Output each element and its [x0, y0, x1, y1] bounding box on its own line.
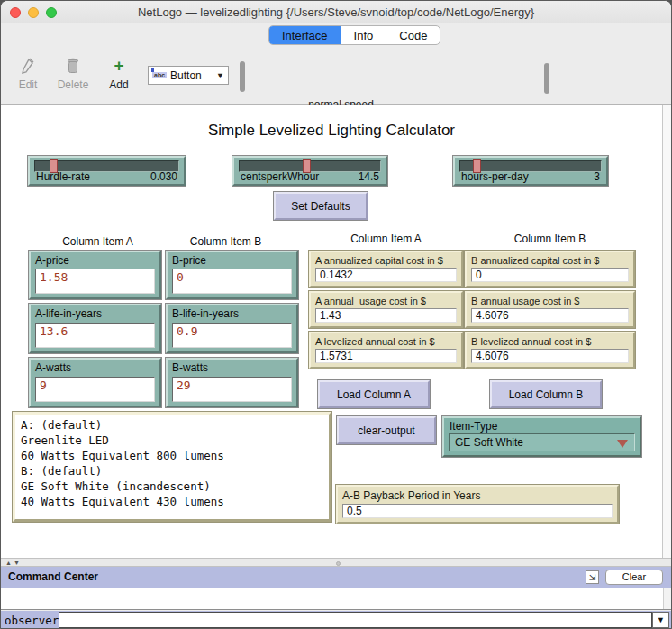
input-field[interactable]: 1.58 — [35, 269, 155, 294]
widget-type-value: Button — [170, 69, 202, 82]
item-type-chooser[interactable]: Item-Type GE Soft White — [442, 416, 641, 457]
pencil-icon — [15, 57, 41, 77]
splitter-grip-icon[interactable] — [336, 561, 341, 566]
monitor-value: 1.5731 — [315, 349, 457, 363]
tab-code[interactable]: Code — [386, 26, 440, 44]
monitor-b-annualized-capital-cost: B annualized capital cost in $ 0 — [465, 251, 635, 287]
window-title: NetLogo — levelizedlighting {/Users/Stev… — [1, 5, 671, 19]
slider-label: centsperkWhour — [241, 170, 319, 183]
monitor-label: B annual usage cost in $ — [467, 293, 633, 307]
plus-icon: + — [105, 57, 132, 77]
column-header-right-a: Column Item A — [309, 232, 463, 245]
monitor-value: 0.5 — [342, 504, 613, 518]
chooser-dropdown-triangle-icon — [617, 440, 628, 448]
widget-type-dropdown[interactable]: abc Button ▼ — [148, 66, 229, 85]
canvas-vertical-scrollbar[interactable] — [662, 105, 672, 558]
input-field[interactable]: 13.6 — [35, 323, 155, 348]
edit-button[interactable]: Edit — [15, 57, 41, 91]
load-column-a-button[interactable]: Load Column A — [318, 380, 430, 408]
input-a-watts[interactable]: A-watts 9 — [29, 358, 161, 407]
slider-value: 3 — [594, 170, 600, 183]
monitor-label: B levelized annual cost in $ — [467, 333, 633, 348]
input-label: B-price — [168, 252, 296, 268]
input-a-life-in-years[interactable]: A-life-in-years 13.6 — [29, 304, 161, 353]
expand-icon[interactable]: ⇲ — [586, 570, 599, 584]
command-center-output[interactable] — [1, 588, 671, 610]
input-field[interactable]: 9 — [35, 377, 155, 402]
slider-hurdle-rate[interactable]: Hurdle-rate 0.030 — [28, 156, 186, 186]
input-label: B-watts — [168, 360, 296, 375]
clear-output-button[interactable]: clear-output — [337, 416, 436, 444]
output-line: Greenlite LED — [21, 433, 323, 448]
monitor-label: A annualized capital cost in $ — [311, 252, 461, 267]
toolbar: Edit Delete + Add abc Button ▼ normal sp… — [1, 48, 671, 105]
chooser-value-text: GE Soft White — [455, 436, 523, 449]
input-b-life-in-years[interactable]: B-life-in-years 0.9 — [166, 304, 298, 353]
monitor-label: B annualized capital cost in $ — [467, 252, 633, 267]
monitor-b-annual-usage-cost: B annual usage cost in $ 4.6076 — [465, 291, 635, 328]
edit-label: Edit — [19, 78, 38, 91]
tab-row: Interface Info Code — [1, 25, 671, 47]
monitor-value: 1.43 — [315, 308, 457, 323]
monitor-a-levelized-annual-cost: A levelized annual cost in $ 1.5731 — [309, 332, 463, 369]
tab-segmented-control: Interface Info Code — [268, 25, 440, 45]
slider-value: 0.030 — [150, 170, 177, 183]
column-header-right-b: Column Item B — [465, 232, 635, 245]
netlogo-window: NetLogo — levelizedlighting {/Users/Stev… — [0, 0, 672, 629]
input-a-price[interactable]: A-price 1.58 — [29, 251, 161, 299]
chooser-label: Item-Type — [444, 418, 640, 433]
output-line: A: (default) — [21, 417, 323, 433]
output-line: 60 Watts Equivalent 800 lumens — [21, 448, 323, 463]
monitor-payback-period: A-B Payback Period in Years 0.5 — [336, 485, 619, 524]
column-header-left-b: Column Item B — [156, 235, 295, 248]
observer-prompt: observer> — [5, 614, 66, 627]
monitor-value: 4.6076 — [471, 349, 629, 363]
command-output-scrollbar[interactable] — [663, 588, 671, 609]
button-widget-icon: abc — [152, 72, 167, 78]
command-input-row: observer> ▼ — [1, 611, 671, 629]
monitor-b-levelized-annual-cost: B levelized annual cost in $ 4.6076 — [465, 332, 635, 369]
input-label: B-life-in-years — [168, 305, 296, 321]
tab-info[interactable]: Info — [341, 26, 386, 44]
command-input[interactable] — [59, 612, 652, 628]
monitor-a-annualized-capital-cost: A annualized capital cost in $ 0.1432 — [309, 251, 463, 287]
load-column-b-button[interactable]: Load Column B — [490, 380, 602, 408]
chooser-selected-value[interactable]: GE Soft White — [449, 433, 635, 451]
delete-button[interactable]: Delete — [55, 57, 91, 91]
monitor-label: A-B Payback Period in Years — [338, 487, 617, 503]
monitor-value: 4.6076 — [471, 308, 629, 323]
monitor-label: A annual usage cost in $ — [311, 293, 461, 307]
input-label: A-life-in-years — [31, 305, 159, 321]
clear-button[interactable]: Clear — [605, 570, 663, 585]
splitter-collapse-arrows-icon[interactable]: ▲▼ — [5, 560, 22, 566]
slider-centsperkwhour[interactable]: centsperkWhour 14.5 — [232, 156, 387, 186]
title-bar: NetLogo — levelizedlighting {/Users/Stev… — [1, 1, 671, 23]
input-field[interactable]: 29 — [172, 377, 292, 402]
monitor-a-annual-usage-cost: A annual usage cost in $ 1.43 — [309, 291, 463, 328]
command-center-header: Command Center ⇲ Clear — [1, 567, 671, 588]
input-label: A-watts — [31, 360, 159, 375]
monitor-value: 0.1432 — [315, 268, 457, 282]
add-button[interactable]: + Add — [105, 57, 132, 91]
output-area[interactable]: A: (default) Greenlite LED 60 Watts Equi… — [13, 412, 331, 522]
toolbar-separator — [240, 61, 245, 92]
input-field[interactable]: 0 — [172, 269, 292, 294]
command-center-splitter[interactable]: ▲▼ — [1, 558, 671, 567]
command-history-dropdown[interactable]: ▼ — [652, 612, 669, 628]
output-line: B: (default) — [21, 463, 323, 479]
set-defaults-button[interactable]: Set Defaults — [274, 192, 368, 220]
trash-icon — [55, 57, 91, 77]
output-line: GE Soft White (incandescent) — [21, 479, 323, 494]
monitor-label: A levelized annual cost in $ — [311, 333, 461, 348]
input-field[interactable]: 0.9 — [172, 323, 292, 348]
delete-label: Delete — [58, 78, 89, 91]
slider-label: hours-per-day — [461, 170, 529, 183]
output-line: 40 Watts Equivalent 430 lumens — [21, 494, 323, 509]
input-b-watts[interactable]: B-watts 29 — [166, 358, 298, 407]
slider-value: 14.5 — [359, 170, 379, 183]
tab-interface[interactable]: Interface — [269, 26, 341, 44]
interface-canvas: Simple Levelized Lighting Calculator Hur… — [1, 105, 662, 558]
input-label: A-price — [31, 252, 159, 268]
slider-hours-per-day[interactable]: hours-per-day 3 — [453, 156, 608, 186]
input-b-price[interactable]: B-price 0 — [166, 251, 298, 299]
